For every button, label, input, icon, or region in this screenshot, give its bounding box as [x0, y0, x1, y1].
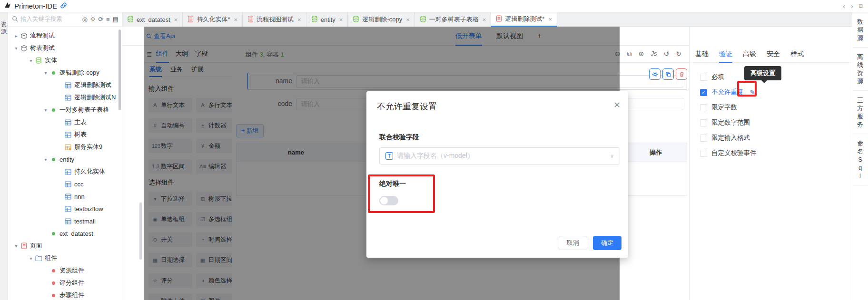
checkbox[interactable] — [700, 150, 707, 157]
dot-red-icon — [49, 269, 58, 272]
duplicate-icon[interactable]: ⧉ — [627, 50, 632, 58]
close-tab-icon[interactable]: × — [339, 16, 343, 23]
absolute-unique-toggle[interactable] — [379, 196, 398, 205]
close-tab-icon[interactable]: × — [174, 16, 178, 23]
advanced-settings-tooltip: 高级设置 — [744, 66, 781, 80]
delete-field-button[interactable] — [676, 68, 687, 80]
edit-pencil-icon[interactable]: ✎ — [750, 88, 756, 96]
checkbox[interactable] — [700, 104, 707, 111]
checkbox[interactable] — [700, 135, 707, 142]
tree-item[interactable]: nnn — [8, 190, 122, 203]
tree-item[interactable]: 资源组件 — [8, 264, 122, 277]
properties-tab[interactable]: 样式 — [790, 46, 804, 63]
tree-item[interactable]: 逻辑删除测试N — [8, 91, 122, 104]
app-logo-icon — [4, 1, 11, 10]
js-icon[interactable]: Js — [651, 50, 657, 58]
table-blue-icon — [64, 95, 72, 101]
tree-arrow-icon[interactable]: ▾ — [42, 107, 49, 113]
tree-item[interactable]: testbizflow — [8, 203, 122, 215]
field-name-select[interactable]: T 请输入字段名（v-model） ∨ — [379, 147, 620, 165]
editor-tab[interactable]: 一对多树表子表格 × — [415, 12, 492, 27]
tree-arrow-icon[interactable]: ▸ — [13, 33, 20, 39]
locate-file-icon[interactable]: ▤ — [113, 16, 118, 23]
title-bar: Primeton-IDE ‹ › ⧉ — [0, 0, 868, 12]
validation-check-row: ✓ 不允许重复 ✎ — [700, 85, 852, 100]
tree-item[interactable]: ▾ entity — [8, 153, 122, 165]
tree-item[interactable]: ▾ 实体 — [8, 54, 122, 67]
editor-tab[interactable]: 持久化实体* × — [183, 12, 243, 27]
properties-tab[interactable]: 高级 — [743, 46, 756, 63]
properties-tab[interactable]: 验证 — [719, 46, 732, 63]
tree-item[interactable]: testmail — [8, 215, 122, 227]
ai-icon[interactable]: ◎ — [82, 16, 88, 23]
editor-tab[interactable]: ext_datatest × — [122, 12, 183, 27]
db-icon — [34, 57, 43, 64]
dock-item[interactable]: 命名Sql — [852, 134, 868, 185]
tree-item[interactable]: ▾ 一对多树表子表格 — [8, 104, 122, 116]
tree-item[interactable]: 服务实体9 — [8, 141, 122, 153]
tree-item[interactable]: ▾ 树表测试 — [8, 42, 122, 54]
activity-item-resources[interactable]: 资源 — [0, 21, 8, 35]
close-tab-icon[interactable]: × — [548, 16, 552, 23]
tree-item[interactable]: ccc — [8, 178, 122, 190]
tree-item[interactable]: ▾ 页面 — [8, 240, 122, 252]
close-tab-icon[interactable]: × — [234, 16, 237, 23]
dock-item[interactable]: 离线资源 — [852, 48, 868, 91]
tree-item[interactable]: ▾ 组件 — [8, 252, 122, 264]
nav-back-icon[interactable]: ‹ — [843, 2, 845, 10]
window-restore-icon[interactable]: ⧉ — [859, 2, 863, 10]
properties-tab[interactable]: 安全 — [767, 46, 780, 63]
table-blue-icon — [64, 181, 72, 187]
tree-arrow-icon[interactable]: ▾ — [42, 70, 49, 76]
tree-item[interactable]: ▸ 流程测试 — [8, 29, 122, 42]
joint-validation-label: 联合校验字段 — [379, 133, 419, 142]
duplicate-field-button[interactable] — [662, 68, 674, 80]
doc-icon — [20, 242, 28, 249]
tree-arrow-icon[interactable]: ▾ — [28, 256, 34, 261]
editor-tab[interactable]: 逻辑删除测试* × — [491, 12, 557, 27]
explorer-search-row: 输入关键字搜索 ◎ ⟐ ⟳ ≡ ▤ — [8, 12, 122, 27]
tree-item[interactable]: ext_datatest — [8, 227, 122, 240]
tree-scrollbar[interactable] — [118, 29, 121, 110]
gutter-scrollbar[interactable] — [139, 203, 142, 260]
close-icon[interactable]: ✕ — [613, 100, 621, 110]
editor-tab[interactable]: 逻辑删除-copy × — [348, 12, 414, 27]
close-tab-icon[interactable]: × — [406, 16, 410, 23]
nav-forward-icon[interactable]: › — [851, 2, 853, 10]
refresh-icon[interactable]: ⟳ — [98, 16, 103, 23]
tree-item[interactable]: 步骤组件 — [8, 289, 122, 300]
tree-item[interactable]: 主表 — [8, 116, 122, 128]
tree-arrow-icon[interactable]: ▾ — [13, 243, 20, 249]
new-module-icon[interactable]: ⟐ — [90, 16, 95, 23]
checkbox[interactable] — [700, 119, 707, 126]
editor-tab[interactable]: entity × — [306, 12, 348, 27]
activity-bar: 资源 — [0, 12, 8, 300]
confirm-button[interactable]: 确定 — [593, 236, 621, 250]
tree-item[interactable]: 树表 — [8, 128, 122, 141]
tree-arrow-icon[interactable]: ▾ — [13, 46, 20, 51]
subtable-column-actions: 操作 — [625, 143, 687, 162]
tree-item[interactable]: 持久化实体 — [8, 165, 122, 178]
undo-icon[interactable]: ↺ — [664, 50, 670, 58]
close-tab-icon[interactable]: × — [483, 16, 486, 23]
collapse-all-icon[interactable]: ≡ — [106, 16, 110, 23]
checkbox[interactable] — [700, 74, 707, 81]
tree-item[interactable]: 逻辑删除测试 — [8, 79, 122, 91]
dock-item[interactable]: 数据源 — [852, 12, 868, 48]
table-blue-icon — [64, 169, 72, 175]
field-settings-button[interactable] — [649, 68, 661, 80]
tree-arrow-icon[interactable]: ▾ — [28, 58, 34, 63]
close-tab-icon[interactable]: × — [297, 16, 301, 23]
redo-icon[interactable]: ↻ — [676, 50, 681, 58]
checkbox[interactable]: ✓ — [700, 89, 707, 96]
dock-item[interactable]: 三方服务 — [852, 91, 868, 134]
tree-item[interactable]: ▾ 逻辑删除-copy — [8, 67, 122, 79]
tree-item[interactable]: 评分组件 — [8, 277, 122, 289]
tree-arrow-icon[interactable]: ▾ — [42, 157, 49, 162]
properties-tab[interactable]: 基础 — [695, 46, 709, 63]
editor-tab[interactable]: 流程视图测试 × — [243, 12, 306, 27]
link-icon[interactable] — [60, 2, 67, 10]
globe-icon[interactable]: ⊕ — [639, 50, 644, 58]
search-input[interactable]: 输入关键字搜索 — [20, 15, 81, 23]
cancel-button[interactable]: 取消 — [559, 236, 587, 250]
